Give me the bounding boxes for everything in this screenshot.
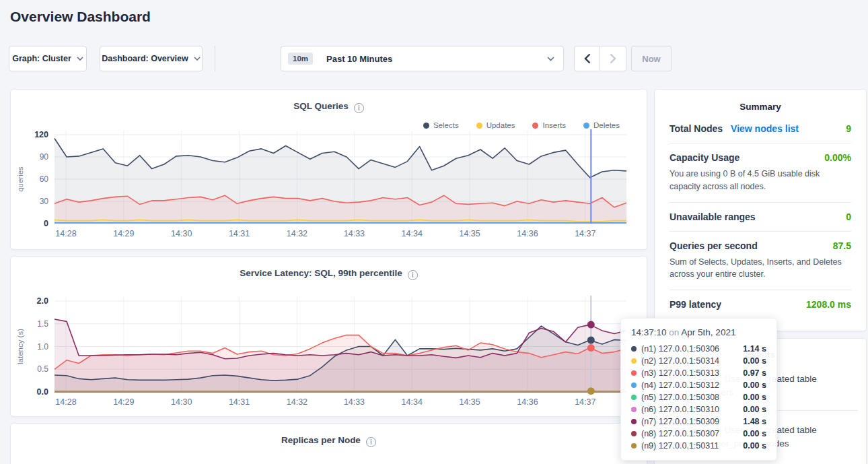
svg-text:1.0: 1.0 — [37, 342, 48, 352]
summary-row-total-nodes: Total Nodes View nodes list 9 — [670, 114, 851, 143]
tooltip-row-n7: (n7) 127.0.0.1:50309 1.48 s — [631, 416, 766, 428]
summary-row-unavailable: Unavailable ranges 0 — [670, 203, 851, 232]
svg-text:14:36: 14:36 — [517, 397, 538, 407]
info-icon[interactable] — [408, 270, 418, 280]
tooltip-row-n6: (n6) 127.0.0.1:50310 0.00 s — [631, 403, 766, 416]
tooltip-row-n8: (n8) 127.0.0.1:50307 0.00 s — [631, 428, 766, 440]
time-range-selector[interactable]: 10m Past 10 Minutes — [281, 46, 564, 71]
svg-text:0: 0 — [44, 219, 48, 228]
tooltip-node-value: 0.00 s — [743, 393, 766, 402]
tooltip-node-label: (n3) 127.0.0.1:50313 — [641, 368, 719, 378]
p99-value: 1208.0 ms — [806, 299, 851, 310]
chevron-down-icon — [547, 57, 554, 61]
svg-text:14:29: 14:29 — [113, 229, 134, 238]
qps-desc: Sum of Selects, Updates, Inserts, and De… — [670, 256, 851, 281]
capacity-value: 0.00% — [824, 152, 851, 163]
tooltip-on: on — [667, 327, 682, 337]
tooltip-row-n9: (n9) 127.0.0.1:50311 0.00 s — [631, 440, 766, 452]
svg-text:14:34: 14:34 — [402, 229, 423, 238]
next-time-button[interactable] — [600, 46, 626, 71]
svg-text:14:29: 14:29 — [113, 397, 134, 407]
series-dot-icon — [631, 370, 637, 376]
series-dot-icon — [631, 358, 637, 364]
page-title: Overview Dashboard — [10, 9, 151, 25]
dashboard-dropdown[interactable]: Dashboard: Overview — [100, 46, 203, 71]
svg-text:14:35: 14:35 — [459, 397, 480, 407]
series-dot-icon — [631, 443, 637, 449]
view-nodes-list-link[interactable]: View nodes list — [731, 123, 799, 134]
service-latency-chart[interactable]: 14:2814:2914:3014:3114:3214:3314:3414:35… — [11, 294, 648, 413]
qps-label: Queries per second — [670, 240, 758, 251]
tooltip-node-value: 0.00 s — [743, 380, 766, 390]
svg-text:queries: queries — [16, 166, 24, 192]
tooltip-node-label: (n8) 127.0.0.1:50307 — [641, 429, 719, 438]
summary-row-p99: P99 latency 1208.0 ms — [670, 290, 851, 319]
tooltip-timestamp: 14:37:10 on Apr 5th, 2021 — [631, 327, 766, 337]
chevron-right-icon — [610, 53, 616, 64]
replicas-title: Replicas per Node — [11, 424, 647, 447]
summary-row-capacity: Capacity Usage 0.00% You are using 0 B o… — [670, 143, 851, 203]
tooltip-node-label: (n2) 127.0.0.1:50314 — [641, 356, 719, 366]
chevron-left-icon — [584, 53, 591, 64]
series-dot-icon — [631, 383, 637, 388]
time-range-badge: 10m — [288, 53, 313, 65]
svg-text:2.0: 2.0 — [37, 296, 48, 306]
svg-text:14:28: 14:28 — [55, 397, 76, 407]
summary-title: Summary — [655, 90, 866, 114]
now-button[interactable]: Now — [631, 46, 672, 71]
tooltip-row-n2: (n2) 127.0.0.1:50314 0.00 s — [631, 355, 766, 367]
tooltip-node-label: (n5) 127.0.0.1:50308 — [641, 393, 719, 402]
svg-text:14:33: 14:33 — [344, 397, 365, 407]
sql-queries-chart[interactable]: 14:2814:2914:3014:3114:3214:3314:3414:35… — [11, 127, 648, 246]
series-dot-icon — [631, 346, 637, 352]
toolbar-divider — [215, 46, 215, 71]
svg-text:14:37: 14:37 — [575, 397, 595, 407]
svg-text:14:34: 14:34 — [402, 397, 423, 407]
qps-value: 87.5 — [833, 240, 851, 251]
tooltip-node-label: (n9) 127.0.0.1:50311 — [641, 441, 719, 451]
tooltip-row-n3: (n3) 127.0.0.1:50313 0.97 s — [631, 367, 766, 379]
svg-text:14:33: 14:33 — [344, 229, 365, 238]
total-nodes-value: 9 — [846, 123, 851, 134]
service-latency-card: Service Latency: SQL, 99th percentile 14… — [10, 256, 647, 417]
info-icon[interactable] — [366, 437, 376, 447]
graph-dropdown[interactable]: Graph: Cluster — [9, 46, 87, 71]
unavailable-value: 0 — [846, 211, 851, 222]
chevron-down-icon — [77, 57, 83, 61]
graph-dropdown-label: Graph: Cluster — [12, 54, 71, 63]
time-pager — [574, 46, 626, 71]
svg-text:90: 90 — [40, 152, 49, 162]
svg-text:14:32: 14:32 — [287, 397, 308, 407]
svg-text:0.5: 0.5 — [37, 364, 48, 374]
svg-text:14:35: 14:35 — [459, 229, 480, 238]
series-dot-icon — [631, 431, 637, 436]
svg-text:30: 30 — [40, 197, 49, 206]
tooltip-node-value: 1.48 s — [743, 417, 766, 426]
tooltip-date: Apr 5th, 2021 — [681, 327, 735, 337]
info-icon[interactable] — [354, 103, 364, 113]
svg-text:14:30: 14:30 — [171, 397, 192, 407]
prev-time-button[interactable] — [574, 46, 600, 71]
chart-tooltip: 14:37:10 on Apr 5th, 2021 (n1) 127.0.0.1… — [620, 318, 777, 461]
svg-text:120: 120 — [34, 130, 48, 139]
tooltip-node-value: 0.00 s — [743, 356, 766, 366]
chart-title-text: SQL Queries — [293, 101, 349, 111]
service-latency-title: Service Latency: SQL, 99th percentile — [11, 257, 647, 280]
replicas-per-node-card: Replicas per Node — [10, 423, 647, 464]
p99-label: P99 latency — [670, 299, 721, 310]
overview-dashboard-page: Overview Dashboard Graph: Cluster Dashbo… — [0, 0, 868, 464]
tooltip-node-value: 1.14 s — [743, 344, 766, 354]
tooltip-row-n1: (n1) 127.0.0.1:50306 1.14 s — [631, 343, 766, 355]
svg-text:14:28: 14:28 — [55, 229, 76, 238]
svg-text:14:31: 14:31 — [229, 397, 250, 407]
svg-text:14:31: 14:31 — [229, 229, 250, 238]
tooltip-node-value: 0.00 s — [743, 429, 766, 438]
svg-text:14:37: 14:37 — [575, 229, 595, 238]
svg-text:14:30: 14:30 — [171, 229, 192, 238]
summary-panel: Summary Total Nodes View nodes list 9 Ca… — [654, 89, 867, 331]
sql-queries-card: SQL Queries Selects Updates Inserts Dele… — [10, 89, 647, 250]
tooltip-node-label: (n7) 127.0.0.1:50309 — [641, 417, 719, 426]
svg-text:60: 60 — [40, 174, 49, 184]
tooltip-node-value: 0.00 s — [743, 441, 766, 451]
capacity-label: Capacity Usage — [670, 152, 739, 163]
